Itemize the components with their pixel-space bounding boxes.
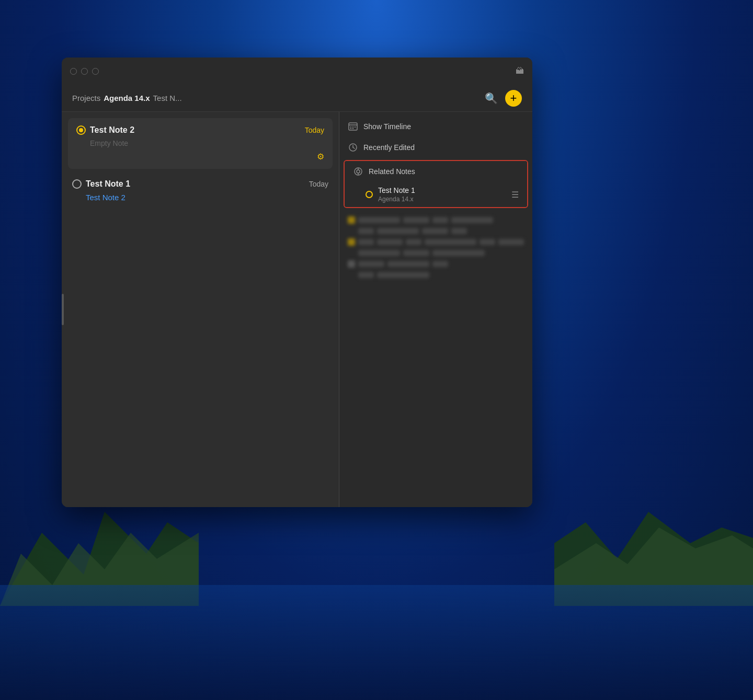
blur-dot-3 <box>348 260 355 268</box>
traffic-lights <box>70 68 99 75</box>
blur-block-2 <box>403 217 429 223</box>
note-card-header-2: Test Note 1 Today <box>72 179 328 189</box>
plus-icon: + <box>510 93 517 104</box>
maximize-button[interactable] <box>92 68 99 75</box>
notes-panel: Test Note 2 Today Empty Note ⚙ Test Note… <box>62 112 339 507</box>
blur-block-3 <box>432 217 448 223</box>
note-card-header: Test Note 2 Today <box>76 125 324 135</box>
close-button[interactable] <box>70 68 77 75</box>
add-note-button[interactable]: + <box>505 90 522 107</box>
blur-dot-1 <box>348 216 355 224</box>
blur-block-5 <box>358 228 374 234</box>
note-card-test-note-2[interactable]: Test Note 2 Today Empty Note ⚙ <box>68 118 333 169</box>
header: Projects Agenda 14.x Test N... 🔍 + <box>62 85 532 112</box>
header-actions: 🔍 + <box>483 90 522 107</box>
blur-block-13 <box>480 239 495 245</box>
note-empty-text: Empty Note <box>90 139 324 147</box>
blur-block-9 <box>358 239 374 245</box>
title-bar: 🏔 <box>62 58 532 85</box>
note-title-row-2: Test Note 1 <box>72 179 130 189</box>
related-notes-icon <box>353 166 363 177</box>
sidebar-item-timeline[interactable]: Show Timeline <box>339 116 532 137</box>
lake-reflection <box>0 585 753 700</box>
note-title-row: Test Note 2 <box>76 125 134 135</box>
main-content: Test Note 2 Today Empty Note ⚙ Test Note… <box>62 112 532 507</box>
note-card-test-note-1[interactable]: Test Note 1 Today Test Note 2 <box>68 173 333 208</box>
related-notes-section: Related Notes Test Note 1 Agenda 14.x ☰ <box>344 160 528 208</box>
title-bar-right: 🏔 <box>516 66 524 76</box>
search-button[interactable]: 🔍 <box>483 90 500 107</box>
breadcrumb-projects[interactable]: Projects <box>72 94 100 102</box>
blur-block-20 <box>432 261 448 267</box>
sidebar-timeline-label: Show Timeline <box>363 122 411 131</box>
related-note-project: Agenda 14.x <box>378 196 415 203</box>
breadcrumb-project[interactable]: Agenda 14.x <box>104 94 150 102</box>
svg-line-13 <box>353 147 355 148</box>
blur-block-18 <box>358 261 384 267</box>
related-note-circle <box>366 191 373 198</box>
breadcrumb-note[interactable]: Test N... <box>153 94 182 102</box>
blur-block-14 <box>498 239 524 245</box>
blur-block-15 <box>358 250 400 256</box>
calendar-icon <box>348 121 358 132</box>
note-status-circle-2 <box>72 179 82 189</box>
blur-block-1 <box>358 217 400 223</box>
blur-block-19 <box>387 261 429 267</box>
blurred-section <box>339 212 532 286</box>
svg-rect-8 <box>355 127 356 128</box>
minimize-button[interactable] <box>81 68 88 75</box>
doc-icon: ☰ <box>511 190 519 200</box>
note-title: Test Note 2 <box>90 125 134 135</box>
scroll-handle <box>62 294 64 325</box>
svg-point-15 <box>357 170 360 173</box>
app-icon: 🏔 <box>516 66 524 75</box>
clock-icon <box>348 142 358 153</box>
note-date-2: Today <box>309 180 328 188</box>
blur-block-22 <box>377 272 429 278</box>
app-window: 🏔 Projects Agenda 14.x Test N... 🔍 + <box>62 58 532 507</box>
blur-dot-2 <box>348 238 355 246</box>
note-date: Today <box>305 126 324 134</box>
sidebar-panel: Show Timeline Recently Edited <box>339 112 532 507</box>
related-notes-label: Related Notes <box>369 167 415 176</box>
note-link[interactable]: Test Note 2 <box>86 193 328 202</box>
related-notes-header[interactable]: Related Notes <box>345 161 527 182</box>
blur-block-10 <box>377 239 403 245</box>
svg-rect-6 <box>350 127 351 128</box>
blur-block-21 <box>358 272 374 278</box>
mountains-right <box>554 439 753 606</box>
related-note-title: Test Note 1 <box>378 186 415 194</box>
note-gear-icon[interactable]: ⚙ <box>76 152 324 162</box>
search-icon: 🔍 <box>485 93 498 104</box>
blur-block-11 <box>406 239 421 245</box>
note-circle-inner <box>79 128 83 132</box>
related-note-info: Test Note 1 Agenda 14.x <box>378 186 415 203</box>
blur-block-4 <box>451 217 493 223</box>
svg-rect-7 <box>352 127 353 128</box>
note-status-circle <box>76 125 86 135</box>
breadcrumb: Projects Agenda 14.x Test N... <box>72 94 476 102</box>
sidebar-item-recently-edited[interactable]: Recently Edited <box>339 137 532 158</box>
note-title-2: Test Note 1 <box>86 179 130 189</box>
related-note-item[interactable]: Test Note 1 Agenda 14.x ☰ <box>345 182 527 207</box>
blur-block-12 <box>425 239 476 245</box>
svg-rect-9 <box>350 128 351 129</box>
sidebar-recently-edited-label: Recently Edited <box>363 143 415 152</box>
blur-block-16 <box>403 250 429 256</box>
blur-block-17 <box>432 250 485 256</box>
svg-rect-10 <box>352 128 353 129</box>
blur-block-7 <box>422 228 448 234</box>
blur-block-6 <box>377 228 419 234</box>
blur-block-8 <box>451 228 467 234</box>
related-note-left: Test Note 1 Agenda 14.x <box>366 186 415 203</box>
